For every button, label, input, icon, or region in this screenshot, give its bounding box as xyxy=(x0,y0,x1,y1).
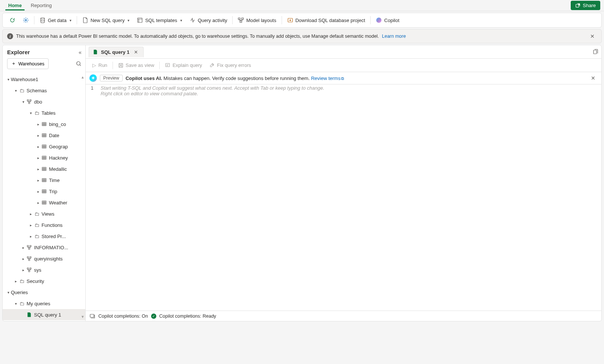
svg-rect-15 xyxy=(42,145,46,148)
add-warehouse-button[interactable]: ＋ Warehouses xyxy=(7,58,49,69)
copilot-icon: ✦ xyxy=(89,74,97,82)
save-view-button[interactable]: Save as view xyxy=(114,61,158,70)
sql-templates-label: SQL templates xyxy=(145,18,177,23)
tree-table-row[interactable]: ▸Time xyxy=(3,175,85,186)
model-layouts-button[interactable]: Model layouts xyxy=(234,15,280,25)
tab-home[interactable]: Home xyxy=(4,1,26,10)
tree-stored-procs[interactable]: ▸🗀Stored Pr... xyxy=(3,231,85,242)
plus-icon: ＋ xyxy=(11,61,16,67)
tree-views[interactable]: ▸🗀Views xyxy=(3,208,85,219)
info-text: This warehouse has a default Power BI se… xyxy=(16,34,379,39)
download-icon xyxy=(287,17,293,23)
tree-table-row[interactable]: ▸Trip xyxy=(3,186,85,197)
save-icon xyxy=(118,63,123,68)
svg-rect-16 xyxy=(42,156,46,160)
get-data-button[interactable]: Get data ▾ xyxy=(36,15,75,25)
svg-rect-30 xyxy=(594,50,597,54)
tree-table-row[interactable]: ▸Hackney xyxy=(3,152,85,163)
tree-table-row[interactable]: ▸bing_co xyxy=(3,118,85,130)
explorer-title: Explorer xyxy=(7,49,79,55)
share-icon xyxy=(575,3,580,8)
table-icon xyxy=(41,144,47,149)
tree-table-row[interactable]: ▸Weather xyxy=(3,197,85,208)
tree-security[interactable]: ▸🗀Security xyxy=(3,275,85,287)
fix-errors-button[interactable]: Fix query errors xyxy=(206,61,255,70)
tree-functions[interactable]: ▸🗀Functions xyxy=(3,219,85,231)
svg-rect-31 xyxy=(119,63,123,67)
chevron-down-icon: ▾ xyxy=(70,18,71,22)
run-button[interactable]: ▷Run xyxy=(89,61,111,70)
copilot-banner: ✦ Preview Copilot uses AI. Mistakes can … xyxy=(86,72,601,84)
close-tab-button[interactable]: ✕ xyxy=(132,49,139,55)
gutter: 1 xyxy=(86,84,97,311)
query-activity-label: Query activity xyxy=(198,18,227,23)
tree-warehouse[interactable]: ▾Warehouse1 xyxy=(3,74,85,85)
svg-rect-0 xyxy=(576,4,579,7)
sql-file-icon xyxy=(93,49,98,55)
scroll-down-icon[interactable]: ▼ xyxy=(81,315,85,319)
table-icon xyxy=(41,121,47,127)
separator xyxy=(370,16,371,24)
svg-rect-26 xyxy=(28,259,30,261)
svg-rect-29 xyxy=(28,271,30,272)
learn-more-link[interactable]: Learn more xyxy=(382,34,406,39)
explain-button[interactable]: Explain query xyxy=(161,61,206,70)
share-button[interactable]: Share xyxy=(571,1,600,10)
tree-schemas[interactable]: ▾🗀Schemas xyxy=(3,85,85,96)
folder-icon: 🗀 xyxy=(18,88,25,93)
svg-point-8 xyxy=(376,18,381,23)
close-banner-button[interactable]: ✕ xyxy=(588,33,597,40)
svg-rect-25 xyxy=(30,257,31,258)
tree-my-queries[interactable]: ▾🗀My queries xyxy=(3,298,85,309)
settings-button[interactable] xyxy=(19,15,33,25)
model-layouts-label: Model layouts xyxy=(246,18,276,23)
external-link-icon: ⧉ xyxy=(341,76,344,81)
refresh-button[interactable] xyxy=(6,15,19,25)
editor-area: SQL query 1 ✕ ▷Run Save as view Explain … xyxy=(86,45,601,321)
search-icon[interactable] xyxy=(76,61,82,67)
query-activity-button[interactable]: Query activity xyxy=(186,15,231,25)
separator xyxy=(282,16,282,24)
schema-icon xyxy=(26,99,33,104)
collapse-icon[interactable]: « xyxy=(79,49,82,55)
chevron-down-icon: ▾ xyxy=(180,18,182,22)
separator xyxy=(113,62,113,69)
tree-table-row[interactable]: ▸Geograp xyxy=(3,141,85,152)
sql-templates-button[interactable]: SQL templates ▾ xyxy=(133,15,186,25)
svg-rect-28 xyxy=(30,268,31,269)
fix-icon xyxy=(209,63,215,68)
folder-icon: 🗀 xyxy=(33,222,40,228)
svg-rect-11 xyxy=(30,100,31,101)
tree-table-row[interactable]: ▸Date xyxy=(3,130,85,141)
tab-reporting[interactable]: Reporting xyxy=(26,1,56,10)
status-ok-icon: ✓ xyxy=(151,314,156,319)
play-icon: ▷ xyxy=(92,62,96,68)
svg-rect-3 xyxy=(138,18,142,22)
completions-toggle-icon[interactable] xyxy=(89,313,95,319)
tree-tables[interactable]: ▾🗀Tables xyxy=(3,107,85,118)
download-button[interactable]: Download SQL database project xyxy=(283,15,369,25)
table-icon xyxy=(41,200,47,205)
new-sql-button[interactable]: New SQL query ▾ xyxy=(79,15,133,25)
copilot-button[interactable]: Copilot xyxy=(372,15,403,25)
tree-dbo[interactable]: ▾dbo xyxy=(3,96,85,107)
tree-info-schema[interactable]: ▸INFORMATIO... xyxy=(3,242,85,253)
tree-queryinsights[interactable]: ▸queryinsights xyxy=(3,253,85,264)
status-completions: Copilot completions: On xyxy=(98,314,148,319)
preview-badge: Preview xyxy=(100,75,123,81)
table-icon xyxy=(41,166,47,172)
scroll-up-icon[interactable]: ▲ xyxy=(81,75,85,79)
svg-rect-27 xyxy=(27,268,29,269)
model-icon xyxy=(238,17,244,23)
review-terms-link[interactable]: Review terms⧉ xyxy=(311,75,344,81)
copy-icon[interactable] xyxy=(592,49,598,55)
close-copilot-banner[interactable]: ✕ xyxy=(589,74,598,82)
tree-sql-query-1[interactable]: SQL query 1 xyxy=(3,309,85,320)
editor-tab-sql-query-1[interactable]: SQL query 1 ✕ xyxy=(89,47,144,57)
tree-queries[interactable]: ▾Queries xyxy=(3,287,85,298)
tree-sys[interactable]: ▸sys xyxy=(3,264,85,275)
code-editor[interactable]: 1 Start writing T-SQL and Copilot will s… xyxy=(86,84,601,311)
explain-icon xyxy=(165,63,170,68)
copilot-label: Copilot xyxy=(384,18,399,23)
tree-table-row[interactable]: ▸Medallic xyxy=(3,163,85,175)
